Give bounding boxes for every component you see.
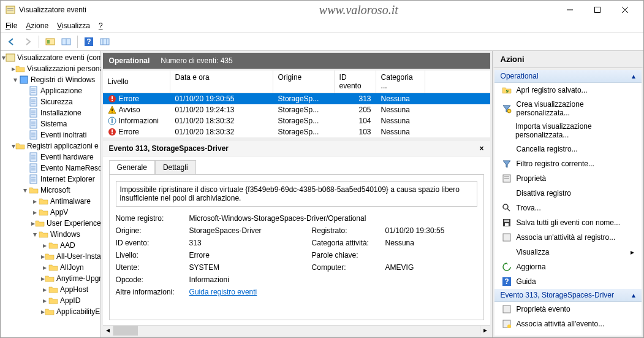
- tree-log-item[interactable]: Internet Explorer: [2, 174, 99, 185]
- tree-folder-item[interactable]: ▸User Experience Vi: [2, 218, 99, 229]
- tree-root[interactable]: Visualizzatore eventi (compu: [17, 53, 101, 62]
- event-message: Impossibile ripristinare il disco virtua…: [116, 181, 477, 207]
- tree-app-logs[interactable]: Registri applicazioni e ser: [27, 142, 101, 150]
- tab-details[interactable]: Dettagli: [155, 160, 196, 174]
- event-row[interactable]: Errore 01/10/20 18:30:32StorageSp...103N…: [103, 126, 490, 137]
- tree-log-item[interactable]: Installazione: [2, 107, 99, 118]
- tree-log-item[interactable]: Applicazione: [2, 85, 99, 96]
- help-button[interactable]: ?: [81, 34, 96, 49]
- collapse-icon[interactable]: ▴: [632, 291, 635, 299]
- tree-microsoft[interactable]: Microsoft: [40, 186, 70, 194]
- action-item[interactable]: Apri registro salvato...: [494, 83, 642, 98]
- tree-folder-item[interactable]: ▸AAD: [2, 240, 99, 251]
- menu-bar: File Azione Visualizza ?: [1, 19, 643, 33]
- actions-title: Azioni: [493, 51, 643, 68]
- grid-body[interactable]: Errore 01/10/20 19:30:55StorageSp...313N…: [103, 93, 490, 137]
- col-origin[interactable]: Origine: [273, 71, 335, 93]
- action-item[interactable]: Associa un'attività al registro...: [494, 230, 642, 245]
- tree-log-item[interactable]: Evento NameResoluti: [2, 163, 99, 174]
- event-row[interactable]: iInformazioni 01/10/20 18:30:32StorageSp…: [103, 115, 490, 126]
- action-item[interactable]: Associa attività all'evento...: [494, 317, 642, 331]
- action-item[interactable]: Disattiva registro: [494, 186, 642, 201]
- actions-section-operational[interactable]: Operational▴: [494, 70, 642, 83]
- tree-log-item[interactable]: Sicurezza: [2, 96, 99, 107]
- tree-folder-item[interactable]: ▸ApplicabilityEr: [2, 306, 99, 317]
- col-level[interactable]: Livello: [103, 71, 170, 93]
- action-item[interactable]: Aggiorna: [494, 259, 642, 274]
- label-moreinfo: Altre informazioni:: [116, 288, 189, 296]
- maximize-button[interactable]: [583, 1, 611, 18]
- menu-view[interactable]: Visualizza: [57, 21, 90, 30]
- tree-custom-views[interactable]: Visualizzazioni personalizz: [27, 64, 101, 73]
- winlogs-icon: [19, 75, 29, 85]
- forward-button[interactable]: [20, 34, 35, 49]
- action-icon: [502, 126, 510, 136]
- back-button[interactable]: [4, 34, 19, 49]
- close-button[interactable]: [611, 1, 638, 18]
- folder-icon: [39, 207, 48, 217]
- tree-pane[interactable]: ▾Visualizzatore eventi (compu ▸Visualizz…: [1, 51, 101, 337]
- close-detail-button[interactable]: ×: [480, 144, 484, 153]
- svg-rect-54: [112, 112, 112, 112]
- tree-windows-logs[interactable]: Registri di Windows: [31, 75, 95, 84]
- collapse-icon[interactable]: ▴: [632, 72, 635, 80]
- tree-folder-item[interactable]: ▸Anytime-Upgr: [2, 273, 99, 284]
- level-icon: [108, 128, 116, 136]
- action-item[interactable]: Crea visualizzazione personalizzata...: [494, 98, 642, 120]
- minimize-button[interactable]: [556, 1, 583, 18]
- folder-icon: [15, 64, 25, 74]
- col-id[interactable]: ID evento: [335, 71, 376, 93]
- menu-action[interactable]: Azione: [26, 21, 48, 30]
- event-row[interactable]: Errore 01/10/20 19:30:55StorageSp...313N…: [103, 93, 490, 104]
- action-item[interactable]: Filtro registro corrente...: [494, 156, 642, 171]
- log-name: Operational: [109, 56, 150, 65]
- action-item[interactable]: Proprietà: [494, 171, 642, 186]
- caret-icon[interactable]: ▾: [31, 230, 39, 239]
- action-item[interactable]: Visualizza▸: [494, 245, 642, 259]
- action-item[interactable]: Trova...: [494, 201, 642, 215]
- tree-windows[interactable]: Windows: [50, 230, 80, 239]
- action-item[interactable]: Importa visualizzazione personalizzata..…: [494, 120, 642, 142]
- tree-folder-item[interactable]: ▸All-User-Instal: [2, 251, 99, 262]
- menu-file[interactable]: File: [6, 21, 17, 30]
- col-date[interactable]: Data e ora: [170, 71, 273, 93]
- tree-log-item[interactable]: Eventi hardware: [2, 152, 99, 163]
- log-icon: [29, 108, 39, 118]
- tree-folder-item[interactable]: ▸AppHost: [2, 284, 99, 295]
- log-icon: [29, 119, 39, 129]
- col-category[interactable]: Categoria ...: [376, 71, 425, 93]
- action-item[interactable]: ?Guida: [494, 274, 642, 289]
- caret-icon[interactable]: ▾: [12, 75, 19, 84]
- tree-folder-item[interactable]: ▸AllJoyn: [2, 262, 99, 273]
- value-user: SYSTEM: [189, 263, 312, 272]
- svg-rect-52: [112, 100, 113, 101]
- tree-folder-item[interactable]: ▸AppV: [2, 207, 99, 218]
- log-icon: [29, 152, 39, 162]
- watermark: www.valoroso.it: [86, 3, 556, 17]
- tree-folder-item[interactable]: ▸Antimalware: [2, 196, 99, 207]
- window-title: Visualizzatore eventi: [19, 6, 86, 14]
- tab-general[interactable]: Generale: [109, 160, 155, 174]
- tree-log-item[interactable]: Sistema: [2, 118, 99, 129]
- link-log-help[interactable]: Guida registro eventi: [189, 288, 312, 296]
- action-item[interactable]: Cancella registro...: [494, 142, 642, 156]
- layout-button[interactable]: [97, 34, 112, 49]
- label-logged: Registrato:: [312, 226, 385, 235]
- scrollbar-h[interactable]: ◂▸: [103, 325, 490, 336]
- middle-pane: Operational Numero di eventi: 435 Livell…: [101, 51, 493, 337]
- caret-icon[interactable]: ▾: [21, 186, 29, 194]
- action-item[interactable]: Salva tutti gli eventi con nome...: [494, 215, 642, 230]
- svg-text:?: ?: [504, 277, 509, 286]
- log-icon: [29, 174, 39, 184]
- action-item[interactable]: Proprietà evento: [494, 302, 642, 317]
- event-row[interactable]: Avviso 01/10/20 19:24:13StorageSp...205N…: [103, 104, 490, 115]
- menu-help[interactable]: ?: [99, 21, 103, 30]
- show-tree-button[interactable]: [43, 34, 58, 49]
- actions-section-event[interactable]: Evento 313, StorageSpaces-Driver▴: [494, 289, 642, 302]
- folder-icon: [15, 141, 25, 151]
- tree-folder-item[interactable]: ▸AppID: [2, 295, 99, 306]
- panel-button[interactable]: [59, 34, 74, 49]
- tree-log-item[interactable]: Eventi inoltrati: [2, 129, 99, 140]
- svg-rect-68: [505, 223, 509, 226]
- label-level: Livello:: [116, 251, 189, 259]
